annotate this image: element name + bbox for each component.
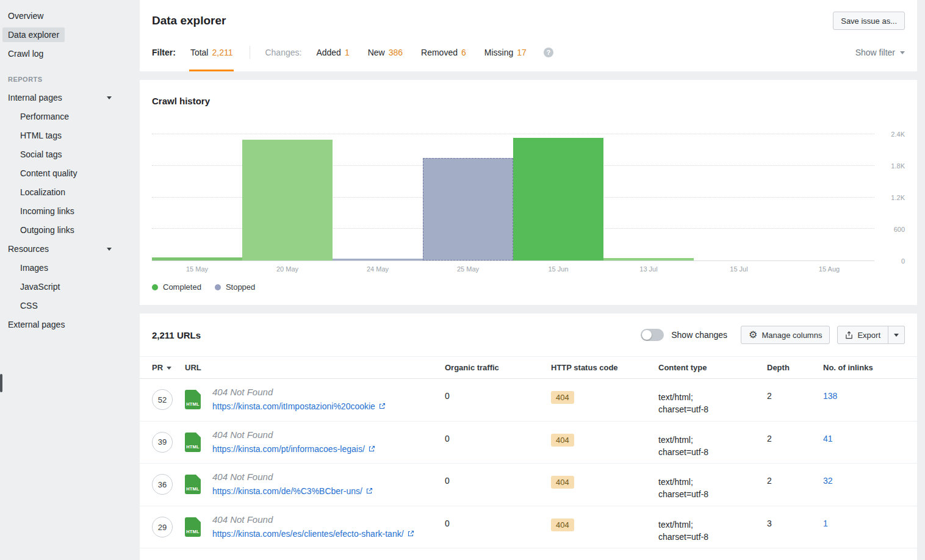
external-link-icon[interactable] — [407, 530, 414, 537]
sidebar-item-data-explorer[interactable]: Data explorer — [2, 27, 65, 42]
filter-tab-count: 1 — [345, 48, 350, 57]
chevron-down-icon — [107, 96, 112, 99]
sidebar-item-javascript[interactable]: JavaScript — [15, 279, 65, 294]
sidebar-item-localization[interactable]: Localization — [15, 185, 71, 199]
bar-20-may[interactable] — [242, 140, 333, 260]
page-header-card: Data explorer Save issue as... Filter: T… — [140, 0, 917, 71]
sidebar-group-resources[interactable]: Resources — [2, 242, 117, 256]
file-type-label: HTML — [185, 444, 201, 450]
y-axis-label: 600 — [894, 226, 905, 233]
url-link[interactable]: https://kinsta.com/es/es/clientes/efecto… — [212, 529, 404, 539]
filter-tab-count: 17 — [517, 48, 527, 57]
chart-plot-area — [152, 134, 874, 261]
inlinks-link[interactable]: 138 — [823, 391, 837, 401]
column-header-inlinks[interactable]: No. of inlinks — [823, 363, 905, 372]
external-link-icon[interactable] — [368, 445, 375, 453]
filter-tab-count: 2,211 — [212, 48, 232, 57]
show-changes-toggle[interactable] — [641, 329, 664, 341]
filter-tab-label: Missing — [484, 48, 513, 57]
divider — [250, 46, 250, 59]
url-link[interactable]: https://kinsta.com/pt/informacoes-legais… — [212, 444, 365, 454]
export-label: Export — [857, 331, 880, 340]
column-header-depth[interactable]: Depth — [767, 363, 823, 372]
bar-15-may[interactable] — [152, 257, 242, 260]
save-issue-as-button[interactable]: Save issue as... — [833, 12, 905, 30]
show-filter-button[interactable]: Show filter — [855, 48, 905, 57]
not-found-title: 404 Not Found — [212, 387, 386, 397]
page-rating-badge: 36 — [152, 474, 173, 495]
changes-label: Changes: — [265, 48, 301, 57]
depth-value: 2 — [767, 468, 823, 486]
sidebar-item-social-tags[interactable]: Social tags — [15, 147, 67, 162]
urls-table-toolbar: 2,211 URLs Show changes ⚙ Manage columns… — [140, 326, 917, 356]
sidebar-group-internal-pages[interactable]: Internal pages — [2, 90, 117, 105]
inlinks-link[interactable]: 32 — [823, 476, 833, 486]
page-title: Data explorer — [152, 14, 226, 27]
legend-item-completed: Completed — [152, 282, 201, 292]
filter-tab-added[interactable]: Added 1 — [315, 34, 350, 71]
url-link[interactable]: https://kinsta.com/itImpostazioni%20cook… — [212, 401, 375, 411]
filter-tab-missing[interactable]: Missing 17 — [483, 34, 528, 71]
inlinks-link[interactable]: 1 — [823, 519, 828, 528]
chart-bars — [152, 134, 874, 260]
chevron-down-icon — [894, 334, 899, 337]
filter-tab-label: Removed — [421, 48, 458, 57]
sidebar-group-label: Internal pages — [8, 93, 62, 102]
filter-tab-count: 6 — [461, 48, 466, 57]
reports-section-label: REPORTS — [8, 76, 128, 83]
x-axis-label: 13 Jul — [603, 265, 694, 273]
export-icon — [845, 331, 853, 339]
sidebar-item-html-tags[interactable]: HTML tags — [15, 128, 67, 143]
sidebar-item-external-pages[interactable]: External pages — [2, 317, 70, 332]
gear-icon: ⚙ — [749, 330, 757, 340]
bar-15-jun[interactable] — [513, 138, 603, 260]
html-file-icon: HTML — [185, 433, 201, 452]
table-row: 39 HTML 404 Not Found https://kinsta.com… — [140, 422, 917, 464]
export-button[interactable]: Export — [837, 326, 888, 344]
help-icon[interactable]: ? — [544, 48, 553, 57]
column-header-organic-traffic[interactable]: Organic traffic — [445, 363, 551, 372]
sidebar-item-performance[interactable]: Performance — [15, 109, 74, 124]
column-header-http-status[interactable]: HTTP status code — [551, 363, 658, 372]
column-header-url[interactable]: URL — [185, 363, 445, 372]
manage-columns-button[interactable]: ⚙ Manage columns — [741, 326, 830, 344]
sidebar-item-incoming-links[interactable]: Incoming links — [15, 204, 80, 218]
chart-bar-slot — [513, 134, 603, 260]
sidebar-item-overview[interactable]: Overview — [2, 9, 49, 23]
depth-value: 2 — [767, 426, 823, 443]
scrollbar-thumb[interactable] — [0, 374, 2, 392]
filter-tab-new[interactable]: New 386 — [367, 34, 404, 71]
manage-columns-label: Manage columns — [761, 331, 822, 340]
column-header-pr[interactable]: PR — [152, 363, 185, 372]
filter-tab-total[interactable]: Total 2,211 — [189, 34, 234, 71]
url-link[interactable]: https://kinsta.com/de/%C3%BCber-uns/ — [212, 486, 362, 496]
sidebar-group-label: Resources — [8, 244, 49, 254]
chevron-down-icon — [900, 51, 905, 54]
organic-traffic-value: 0 — [445, 384, 551, 401]
column-header-content-type[interactable]: Content type — [658, 363, 767, 372]
bar-24-may[interactable] — [333, 259, 423, 260]
export-dropdown-button[interactable] — [888, 326, 905, 344]
bar-13-jul[interactable] — [603, 258, 694, 260]
sidebar-item-content-quality[interactable]: Content quality — [15, 166, 82, 181]
app: Overview Data explorer Crawl log REPORTS… — [0, 0, 925, 560]
filter-tab-label: Total — [190, 48, 209, 57]
filter-tab-removed[interactable]: Removed 6 — [420, 34, 467, 71]
sidebar-item-crawl-log[interactable]: Crawl log — [2, 46, 49, 61]
sidebar-item-css[interactable]: CSS — [15, 298, 43, 313]
sidebar: Overview Data explorer Crawl log REPORTS… — [0, 0, 128, 560]
sidebar-item-images[interactable]: Images — [15, 260, 54, 275]
chart-bar-slot — [603, 134, 694, 260]
legend-item-stopped: Stopped — [215, 282, 255, 292]
bar-25-may[interactable] — [423, 158, 513, 260]
inlinks-link[interactable]: 41 — [823, 434, 833, 443]
column-header-label: PR — [152, 363, 163, 372]
chart-bar-slot — [333, 134, 423, 260]
chart-bar-slot — [784, 134, 874, 260]
organic-traffic-value: 0 — [445, 426, 551, 443]
file-type-label: HTML — [185, 401, 201, 407]
sidebar-item-outgoing-links[interactable]: Outgoing links — [15, 223, 80, 237]
file-type-label: HTML — [185, 529, 201, 534]
external-link-icon[interactable] — [378, 403, 386, 410]
external-link-icon[interactable] — [365, 487, 373, 495]
